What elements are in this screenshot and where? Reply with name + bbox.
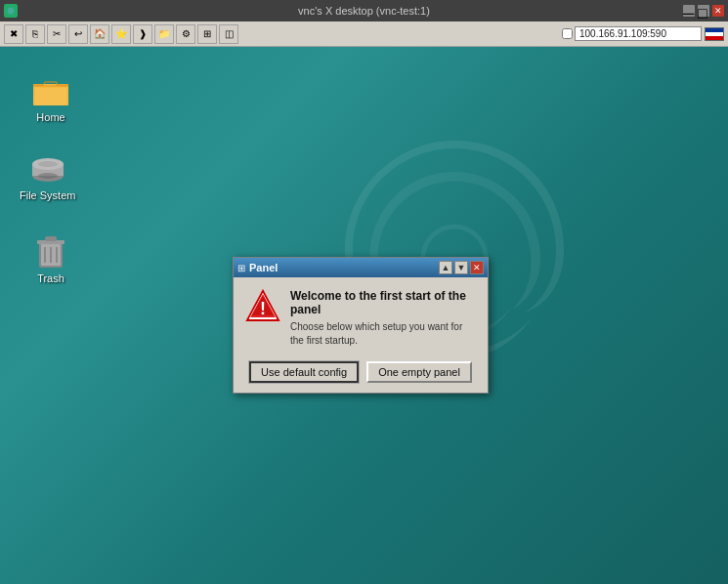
toolbar-btn-cut[interactable]: ✂ — [47, 24, 66, 44]
home-icon-label: Home — [36, 111, 64, 123]
desktop-icon-filesystem[interactable]: File System — [16, 145, 79, 205]
app-icon — [4, 4, 18, 18]
svg-point-0 — [7, 7, 15, 15]
dialog-buttons: Use default config One empty panel — [245, 361, 476, 383]
window-controls: ─ □ ✕ — [683, 5, 724, 17]
dialog-title-left: ⊞ Panel — [237, 262, 278, 273]
address-bar-area: 100.166.91.109:590 — [562, 26, 724, 41]
svg-rect-14 — [45, 236, 57, 241]
maximize-btn[interactable]: □ — [698, 5, 709, 17]
dialog-body: ! Welcome to the first start of the pane… — [234, 277, 488, 393]
dialog-minimize-btn[interactable]: ▲ — [439, 261, 452, 274]
svg-point-10 — [38, 173, 58, 179]
desktop: vnc's X desktop (vnc-test:1) ─ □ ✕ ✖ ⎘ ✂… — [0, 0, 728, 584]
toolbar-btn-folder[interactable]: 📁 — [154, 24, 174, 44]
toolbar-btn-refresh[interactable]: ↩ — [68, 24, 88, 44]
dialog-maximize-btn[interactable]: ▼ — [454, 261, 468, 274]
dialog-close-btn[interactable]: ✕ — [470, 261, 484, 274]
toolbar-btn-x[interactable]: ✖ — [4, 24, 23, 44]
window-titlebar: vnc's X desktop (vnc-test:1) ─ □ ✕ — [0, 0, 728, 21]
address-box[interactable]: 100.166.91.109:590 — [575, 26, 702, 41]
warning-icon: ! — [245, 289, 280, 324]
filesystem-icon-label: File System — [20, 189, 75, 201]
dialog-titlebar: ⊞ Panel ▲ ▼ ✕ — [234, 258, 488, 277]
toolbar-btn-arrow[interactable]: ❱ — [133, 24, 152, 44]
dialog-app-icon: ⊞ — [237, 263, 245, 273]
desktop-icon-trash[interactable]: Trash — [27, 228, 74, 288]
trash-icon-label: Trash — [37, 272, 64, 284]
use-default-config-button[interactable]: Use default config — [249, 361, 359, 383]
panel-dialog: ⊞ Panel ▲ ▼ ✕ — [233, 257, 489, 394]
dialog-window-controls: ▲ ▼ ✕ — [439, 261, 484, 274]
toolbar-btn-copy[interactable]: ⎘ — [25, 24, 45, 44]
dialog-subtext: Choose below which setup you want for th… — [290, 320, 476, 348]
dialog-heading: Welcome to the first start of the panel — [290, 289, 476, 316]
home-folder-icon — [31, 70, 70, 109]
close-btn[interactable]: ✕ — [712, 5, 724, 17]
dialog-text: Welcome to the first start of the panel … — [290, 289, 476, 348]
toolbar-btn-split[interactable]: ◫ — [219, 24, 238, 44]
svg-text:!: ! — [260, 299, 266, 318]
trash-icon — [31, 231, 70, 271]
filesystem-drive-icon — [28, 148, 67, 188]
toolbar-btn-gear[interactable]: ⚙ — [176, 24, 195, 44]
toolbar-btn-star[interactable]: ⭐ — [111, 24, 131, 44]
toolbar-btn-home[interactable]: 🏠 — [90, 24, 109, 44]
dialog-content: ! Welcome to the first start of the pane… — [245, 289, 476, 348]
minimize-btn[interactable]: ─ — [683, 5, 695, 17]
addr-checkbox[interactable] — [562, 28, 573, 39]
window-title: vnc's X desktop (vnc-test:1) — [298, 5, 430, 17]
titlebar-left — [4, 4, 18, 18]
one-empty-panel-button[interactable]: One empty panel — [366, 361, 472, 383]
svg-rect-5 — [33, 85, 68, 87]
desktop-icon-home[interactable]: Home — [27, 66, 74, 127]
dialog-title: Panel — [249, 262, 278, 273]
svg-point-9 — [38, 161, 58, 167]
toolbar-btn-grid[interactable]: ⊞ — [197, 24, 217, 44]
flag-icon — [705, 27, 724, 41]
svg-rect-4 — [35, 88, 66, 105]
toolbar: ✖ ⎘ ✂ ↩ 🏠 ⭐ ❱ 📁 ⚙ ⊞ ◫ 100.166.91.109:590 — [0, 21, 728, 47]
desktop-area: Home File System — [0, 47, 728, 584]
